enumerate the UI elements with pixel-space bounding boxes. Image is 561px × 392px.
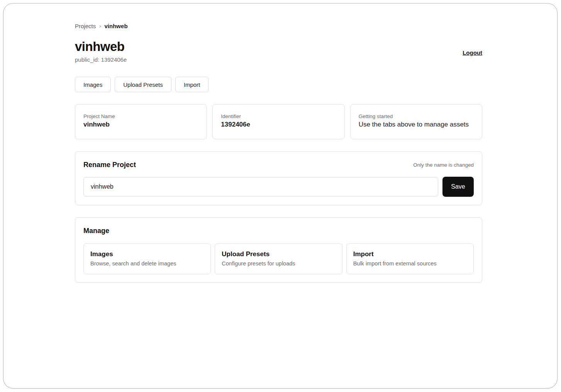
getting-started-card: Getting started Use the tabs above to ma…	[350, 104, 482, 139]
app-window: Projects › vinhweb vinhweb public_id: 13…	[3, 3, 558, 389]
rename-project-section: Rename Project Only the name is changed …	[75, 151, 482, 205]
page-title: vinhweb	[75, 40, 127, 54]
rename-form: Save	[83, 177, 474, 197]
getting-started-label: Getting started	[359, 113, 474, 119]
manage-card-row: Images Browse, search and delete images …	[83, 243, 474, 274]
project-name-label: Project Name	[83, 113, 198, 119]
manage-card-import[interactable]: Import Bulk import from external sources	[346, 243, 474, 274]
project-name-input[interactable]	[83, 177, 438, 196]
manage-upload-presets-description: Configure presets for uploads	[222, 260, 335, 267]
breadcrumb-separator-icon: ›	[99, 23, 101, 29]
getting-started-text: Use the tabs above to manage assets	[359, 121, 474, 128]
public-id-text: public_id: 1392406e	[75, 56, 127, 63]
identifier-label: Identifier	[221, 113, 336, 119]
info-card-row: Project Name vinhweb Identifier 1392406e…	[75, 104, 482, 139]
tab-images[interactable]: Images	[75, 77, 111, 92]
rename-section-note: Only the name is changed	[413, 162, 474, 168]
save-button[interactable]: Save	[442, 177, 474, 197]
breadcrumb-projects-link[interactable]: Projects	[75, 23, 96, 29]
breadcrumb-current: vinhweb	[105, 23, 128, 29]
page-header: vinhweb public_id: 1392406e Logout	[75, 40, 482, 63]
manage-upload-presets-title: Upload Presets	[222, 250, 335, 258]
project-name-card: Project Name vinhweb	[75, 104, 207, 139]
manage-card-images[interactable]: Images Browse, search and delete images	[83, 243, 211, 274]
main-content: Projects › vinhweb vinhweb public_id: 13…	[75, 3, 482, 283]
breadcrumb: Projects › vinhweb	[75, 23, 482, 29]
manage-card-upload-presets[interactable]: Upload Presets Configure presets for upl…	[215, 243, 342, 274]
tab-bar: Images Upload Presets Import	[75, 77, 482, 92]
identifier-card: Identifier 1392406e	[212, 104, 344, 139]
manage-section-title: Manage	[83, 227, 474, 235]
rename-section-title: Rename Project	[83, 161, 136, 169]
manage-import-description: Bulk import from external sources	[353, 260, 467, 267]
title-block: vinhweb public_id: 1392406e	[75, 40, 127, 63]
identifier-value: 1392406e	[221, 121, 336, 128]
manage-section: Manage Images Browse, search and delete …	[75, 217, 482, 283]
manage-images-description: Browse, search and delete images	[90, 260, 204, 267]
rename-section-header: Rename Project Only the name is changed	[83, 161, 474, 169]
manage-images-title: Images	[90, 250, 204, 258]
tab-import[interactable]: Import	[175, 77, 209, 92]
manage-import-title: Import	[353, 250, 467, 258]
project-name-value: vinhweb	[83, 121, 198, 128]
tab-upload-presets[interactable]: Upload Presets	[115, 77, 171, 92]
logout-link[interactable]: Logout	[463, 49, 482, 56]
